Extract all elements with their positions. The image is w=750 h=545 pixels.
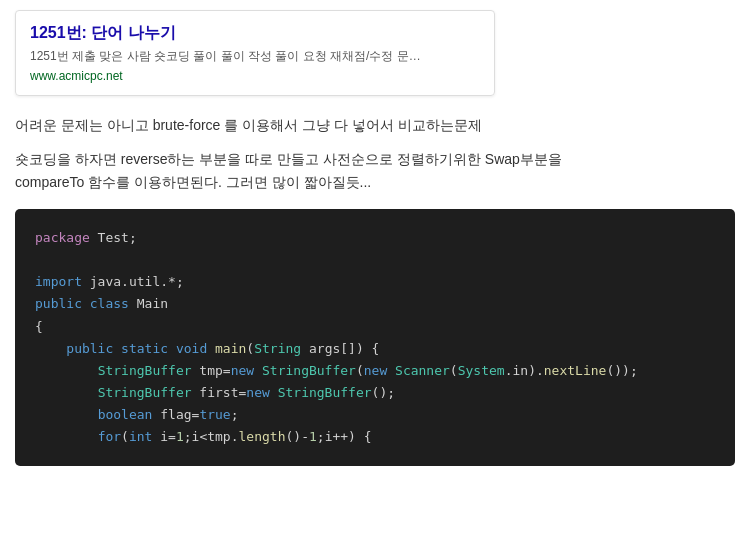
body-text-line1: 어려운 문제는 아니고 brute-force 를 이용해서 그냥 다 넣어서 … <box>15 117 482 133</box>
body-text-line2b: compareTo 함수를 이용하면된다. 그러면 많이 짧아질듯... <box>15 174 371 190</box>
code-line-2 <box>35 249 715 271</box>
search-card-url[interactable]: www.acmicpc.net <box>30 69 480 83</box>
code-line-7: StringBuffer tmp=new StringBuffer(new Sc… <box>35 360 715 382</box>
search-card-desc: 1251번 제출 맞은 사람 숏코딩 풀이 풀이 작성 풀이 요청 재채점/수정… <box>30 48 480 65</box>
code-line-10: for(int i=1;i<tmp.length()-1;i++) { <box>35 426 715 448</box>
body-paragraph-1: 어려운 문제는 아니고 brute-force 를 이용해서 그냥 다 넣어서 … <box>15 114 735 138</box>
code-line-9: boolean flag=true; <box>35 404 715 426</box>
code-line-8: StringBuffer first=new StringBuffer(); <box>35 382 715 404</box>
body-paragraph-2: 숏코딩을 하자면 reverse하는 부분을 따로 만들고 사전순으로 정렬하기… <box>15 148 735 196</box>
code-line-6: public static void main(String args[]) { <box>35 338 715 360</box>
code-content: package Test; import java.util.*; public… <box>35 227 715 448</box>
page-container: 1251번: 단어 나누기 1251번 제출 맞은 사람 숏코딩 풀이 풀이 작… <box>0 0 750 466</box>
body-text-line2a: 숏코딩을 하자면 reverse하는 부분을 따로 만들고 사전순으로 정렬하기… <box>15 151 562 167</box>
code-line-1: package Test; <box>35 227 715 249</box>
code-line-5: { <box>35 316 715 338</box>
code-line-4: public class Main <box>35 293 715 315</box>
code-block: package Test; import java.util.*; public… <box>15 209 735 466</box>
code-line-3: import java.util.*; <box>35 271 715 293</box>
search-card: 1251번: 단어 나누기 1251번 제출 맞은 사람 숏코딩 풀이 풀이 작… <box>15 10 495 96</box>
search-card-title[interactable]: 1251번: 단어 나누기 <box>30 23 480 44</box>
